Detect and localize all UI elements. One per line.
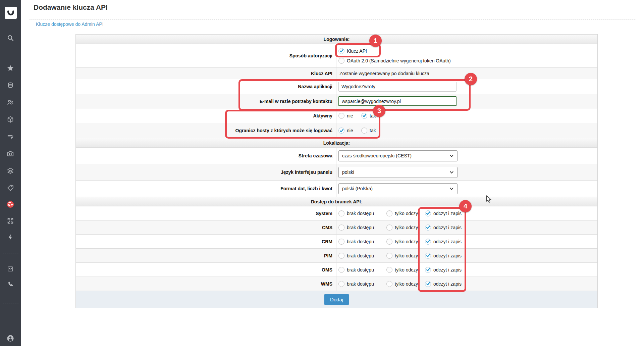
radio-crm-zapis[interactable]	[425, 239, 431, 245]
radio-label: nie	[347, 113, 353, 118]
radio-cms-odczyt[interactable]	[386, 225, 392, 231]
radio-system-brak[interactable]	[338, 210, 344, 216]
row-gateway-crm: CRM brak dostępu tylko odczyt odczyt i z…	[76, 235, 597, 249]
search-icon[interactable]	[7, 34, 14, 42]
gateway-label: CRM	[76, 235, 336, 248]
sidebar	[0, 0, 21, 346]
date-format-select[interactable]: polski (Polska)	[338, 183, 458, 194]
radio-pim-odczyt[interactable]	[386, 253, 392, 259]
radio-system-odczyt[interactable]	[386, 210, 392, 216]
add-button[interactable]: Dodaj	[324, 294, 349, 305]
gateway-label: System	[76, 206, 336, 220]
app-name-input[interactable]	[338, 82, 457, 92]
row-app-name: Nazwa aplikacji	[76, 79, 597, 94]
radio-pim-brak[interactable]	[338, 253, 344, 259]
row-restrict-hosts: Ogranicz hosty z których może się logowa…	[76, 123, 597, 138]
radio-wms-odczyt[interactable]	[386, 281, 392, 287]
row-contact-email: E-mail w razie potrzeby kontaktu	[76, 94, 597, 108]
radio-cms-zapis[interactable]	[425, 225, 431, 231]
radio-label: tak	[370, 128, 376, 133]
chevron-down-icon	[449, 154, 454, 158]
phone-icon[interactable]	[7, 281, 14, 288]
row-api-key: Klucz API Zostanie wygenerowany po dodan…	[76, 68, 597, 79]
timezone-select[interactable]: czas środkowoeuropejski (CEST)	[338, 150, 458, 161]
radio-wms-zapis[interactable]	[425, 281, 431, 287]
restrict-hosts-label: Ogranicz hosty z których może się logowa…	[76, 123, 336, 138]
radio-oms-odczyt[interactable]	[386, 267, 392, 273]
radio-label: tak	[370, 113, 376, 118]
row-timezone: Strefa czasowa czas środkowoeuropejski (…	[76, 148, 597, 164]
radio-label: Klucz API	[347, 48, 367, 54]
radio-hosts-nie[interactable]	[338, 128, 344, 134]
returns-list-icon[interactable]	[7, 133, 14, 140]
check-icon	[426, 253, 430, 258]
promotions-tag-icon[interactable]	[7, 184, 14, 191]
form-footer: Dodaj	[76, 291, 597, 308]
radio-crm-brak[interactable]	[338, 239, 344, 245]
app-name-label: Nazwa aplikacji	[76, 79, 336, 94]
international-globe-icon[interactable]	[7, 201, 14, 208]
row-gateway-cms: CMS brak dostępu tylko odczyt odczyt i z…	[76, 220, 597, 235]
section-header-api-gateways: Dostęp do bramek API:	[76, 197, 597, 206]
radio-pim-zapis[interactable]	[425, 253, 431, 259]
radio-auth-oauth[interactable]	[338, 58, 344, 64]
favorites-star-icon[interactable]	[7, 64, 14, 72]
page-title: Dodawanie klucza API	[34, 3, 108, 11]
section-header-login: Logowanie:	[76, 35, 597, 44]
radio-active-nie[interactable]	[338, 113, 344, 119]
gateway-label: PIM	[76, 249, 336, 262]
row-date-format: Format dat, liczb i kwot polski (Polska)	[76, 181, 597, 197]
section-header-localization: Lokalizacja:	[76, 138, 597, 148]
gateway-label: WMS	[76, 277, 336, 291]
sidebar-divider	[3, 253, 18, 253]
date-format-label: Format dat, liczb i kwot	[76, 181, 336, 197]
row-gateway-wms: WMS brak dostępu tylko odczyt odczyt i z…	[76, 277, 597, 291]
radio-label: nie	[347, 128, 353, 133]
logo-smile-icon	[6, 8, 15, 17]
app-logo[interactable]	[5, 7, 17, 19]
check-icon	[426, 282, 430, 286]
check-icon	[339, 129, 344, 133]
account-avatar-icon[interactable]	[7, 335, 14, 342]
chevron-down-icon	[449, 187, 454, 191]
radio-system-zapis[interactable]	[425, 210, 431, 216]
auth-method-label: Sposób autoryzacji	[76, 44, 336, 67]
row-gateway-oms: OMS brak dostępu tylko odczyt odczyt i z…	[76, 263, 597, 277]
row-gateway-system: System brak dostępu tylko odczyt odczyt …	[76, 206, 597, 220]
api-key-value: Zostanie wygenerowany po dodaniu klucza	[338, 71, 429, 76]
title-divider	[30, 19, 636, 19]
expand-arrows-icon[interactable]	[7, 217, 14, 225]
radio-auth-klucz-api[interactable]	[338, 48, 344, 54]
customers-icon[interactable]	[7, 99, 14, 106]
panel-language-select[interactable]: polski	[338, 167, 458, 178]
contact-email-input[interactable]	[338, 96, 457, 106]
radio-wms-brak[interactable]	[338, 281, 344, 287]
admin-api-keys-link[interactable]: Klucze dostępowe do Admin API	[36, 21, 104, 27]
check-icon	[426, 239, 430, 244]
radio-cms-brak[interactable]	[338, 225, 344, 231]
gateway-label: CMS	[76, 220, 336, 234]
check-icon	[426, 267, 430, 272]
modules-layers-icon[interactable]	[7, 167, 14, 175]
automation-lightning-icon[interactable]	[7, 234, 14, 241]
panel-language-label: Język interfejsu panelu	[76, 164, 336, 180]
row-panel-language: Język interfejsu panelu polski	[76, 164, 597, 181]
row-active: Aktywny nie tak	[76, 108, 597, 123]
api-key-form: Logowanie: Sposób autoryzacji Klucz API …	[75, 34, 598, 308]
radio-crm-odczyt[interactable]	[386, 239, 392, 245]
radio-hosts-tak[interactable]	[361, 128, 367, 134]
orders-box-icon[interactable]	[7, 116, 14, 123]
row-gateway-pim: PIM brak dostępu tylko odczyt odczyt i z…	[76, 249, 597, 263]
check-icon	[426, 211, 430, 215]
radio-oms-brak[interactable]	[338, 267, 344, 273]
check-icon	[426, 225, 430, 230]
row-auth-method: Sposób autoryzacji Klucz API OAuth 2.0 (…	[76, 44, 597, 68]
active-label: Aktywny	[76, 108, 336, 123]
check-icon	[362, 113, 367, 118]
products-coins-icon[interactable]	[7, 82, 14, 89]
radio-label: OAuth 2.0 (Samodzielnie wygeneruj token …	[347, 58, 451, 63]
shop-bag-icon[interactable]	[7, 265, 14, 272]
camera-icon[interactable]	[7, 150, 14, 157]
radio-active-tak[interactable]	[361, 113, 367, 119]
radio-oms-zapis[interactable]	[425, 267, 431, 273]
